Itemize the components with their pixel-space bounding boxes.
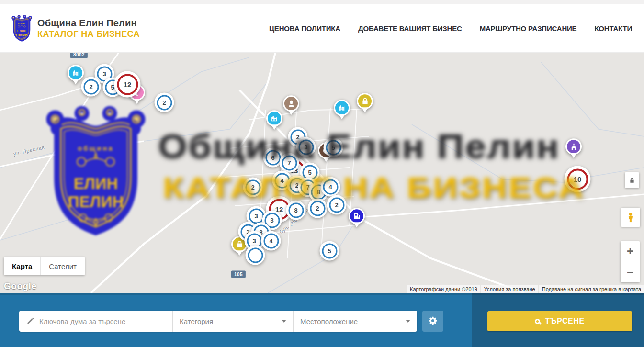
nav-item[interactable]: МАРШРУТНО РАЗПИСАНИЕ: [480, 24, 577, 33]
cluster-count: 6: [265, 150, 281, 165]
site-title: Община Елин Пелин: [37, 18, 140, 29]
map-lock-button[interactable]: [625, 172, 639, 188]
cluster-count: 2: [157, 95, 172, 110]
site-logo[interactable]: община ЕЛИН ПЕЛИН Община Елин Пелин КАТА…: [11, 13, 140, 43]
factory-icon: [270, 114, 279, 123]
map-cluster[interactable]: 10: [565, 166, 591, 192]
zoom-control: + −: [621, 241, 640, 282]
map-cluster[interactable]: 2: [327, 195, 347, 215]
search-button-label: ТЪРСЕНЕ: [545, 317, 585, 325]
top-strip: [0, 0, 644, 4]
svg-text:ЕЛИН: ЕЛИН: [17, 29, 26, 33]
site-subtitle: КАТАЛОГ НА БИЗНЕСА: [37, 29, 140, 39]
cluster-count: 8: [288, 202, 304, 218]
location-select-label: Местоположение: [300, 317, 358, 325]
category-select[interactable]: Категория: [172, 311, 293, 332]
cluster-count: 10: [567, 168, 588, 190]
search-input-group: Категория Местоположение: [19, 311, 417, 332]
map-type-map-button[interactable]: Карта: [4, 257, 41, 275]
map-pin-factory[interactable]: [334, 100, 350, 116]
cluster-count: 5: [322, 243, 337, 258]
cluster-count: 5: [326, 140, 341, 155]
cluster-count: 3: [249, 208, 264, 224]
fuel-icon: [352, 212, 362, 221]
map-cluster[interactable]: 8: [286, 201, 306, 220]
cluster-count: 2: [83, 79, 99, 94]
chevron-down-icon: [406, 320, 410, 323]
keyword-section: [19, 311, 172, 332]
nav-item[interactable]: КОНТАКТИ: [594, 24, 632, 33]
map-canvas[interactable]: 8002105ул. Преславбул. „Новоселци“ 32512…: [0, 53, 644, 293]
bag-icon: [235, 240, 244, 249]
cluster-count: 2: [245, 179, 260, 195]
cluster-count: 4: [323, 179, 338, 194]
map-pin-bag[interactable]: [357, 93, 373, 109]
category-select-label: Категория: [180, 317, 213, 325]
main-nav: ЦЕНОВА ПОЛИТИКАДОБАВЕТЕ ВАШИЯТ БИЗНЕСМАР…: [269, 24, 632, 33]
map-cluster[interactable]: 4: [261, 231, 281, 251]
map-type-control: Карта Сателит: [4, 257, 85, 275]
street-view-pegman-button[interactable]: [621, 208, 640, 227]
factory-icon: [71, 68, 80, 78]
map-cluster[interactable]: 2: [308, 199, 328, 218]
map-cluster[interactable]: 5: [324, 138, 343, 157]
map-cluster[interactable]: 5: [320, 241, 339, 261]
svg-text:ПЕЛИН: ПЕЛИН: [16, 33, 28, 36]
map-cluster[interactable]: 7: [280, 153, 299, 173]
bag-icon: [361, 97, 370, 106]
location-select[interactable]: Местоположение: [293, 311, 417, 332]
lock-icon: [628, 177, 636, 184]
map-pin-worker[interactable]: [283, 95, 299, 112]
map-cluster[interactable]: 3: [296, 137, 316, 157]
factory-icon: [338, 103, 347, 112]
pencil-icon: [26, 317, 34, 325]
map-type-satellite-button[interactable]: Сателит: [41, 257, 85, 275]
road-shield: 8002: [70, 53, 88, 58]
cluster-count: [248, 247, 263, 263]
municipality-crest-icon: община ЕЛИН ПЕЛИН: [11, 13, 33, 43]
gear-icon: [428, 315, 438, 327]
cluster-count: 2: [329, 197, 344, 213]
attribution-data: Картографски данни ©2019: [407, 285, 480, 293]
worker-icon: [287, 99, 296, 108]
zoom-in-button[interactable]: +: [621, 241, 640, 262]
map-cluster[interactable]: [246, 246, 265, 265]
advanced-settings-button[interactable]: [422, 311, 443, 332]
chevron-down-icon: [282, 320, 286, 323]
map-cluster[interactable]: 4: [321, 177, 340, 197]
map-cluster[interactable]: 2: [243, 178, 263, 197]
header: община ЕЛИН ПЕЛИН Община Елин Пелин КАТА…: [0, 4, 644, 53]
google-logo[interactable]: Google: [4, 281, 36, 291]
cluster-count: 7: [282, 155, 297, 170]
church-icon: [569, 142, 578, 151]
attribution-report-link[interactable]: Подаване на сигнал за грешка в картата: [539, 285, 644, 293]
map-pin-church[interactable]: [565, 138, 582, 155]
search-bar: Категория Местоположение ТЪРСЕНЕ: [0, 293, 644, 347]
cluster-count: 12: [117, 74, 138, 95]
map-cluster[interactable]: 12: [114, 71, 141, 98]
cluster-count: 3: [298, 139, 314, 155]
attribution-terms-link[interactable]: Условия за ползване: [481, 285, 538, 293]
map-pin-factory[interactable]: [68, 65, 84, 81]
cluster-count: 4: [263, 233, 279, 248]
map-cluster[interactable]: 2: [81, 77, 101, 97]
pegman-icon: [625, 212, 636, 223]
cluster-count: 2: [310, 201, 325, 216]
nav-item[interactable]: ЦЕНОВА ПОЛИТИКА: [269, 24, 340, 33]
road-shield: 105: [231, 271, 246, 278]
map-attribution: Картографски данни ©2019 Условия за полз…: [407, 285, 644, 293]
nav-item[interactable]: ДОБАВЕТЕ ВАШИЯТ БИЗНЕС: [358, 24, 462, 33]
map-pin-factory[interactable]: [266, 110, 282, 126]
zoom-out-button[interactable]: −: [621, 262, 640, 283]
map-pin-fuel[interactable]: [349, 208, 365, 224]
map-cluster[interactable]: 2: [155, 93, 174, 112]
search-button[interactable]: ТЪРСЕНЕ: [487, 311, 632, 331]
keyword-search-input[interactable]: [39, 317, 166, 325]
search-icon: [535, 319, 540, 324]
